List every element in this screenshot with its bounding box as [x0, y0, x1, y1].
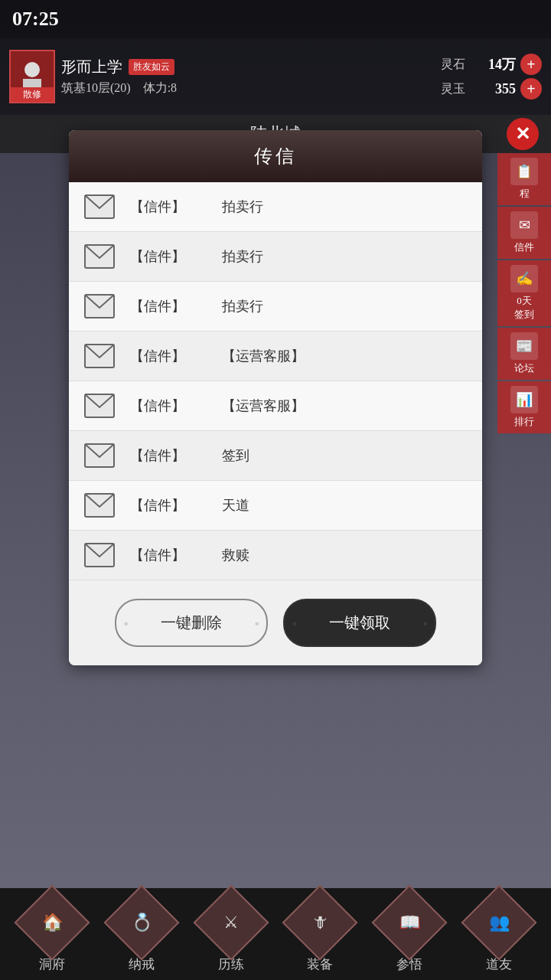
modal-header: 传信	[69, 130, 482, 182]
mail-envelope-icon	[84, 443, 115, 468]
mail-subject: 签到	[222, 446, 467, 465]
mail-subject: 拍卖行	[222, 247, 467, 266]
player-info: 形而上学 胜友如云 筑基10层(20) 体力:8	[61, 57, 441, 96]
mail-sender: 【信件】	[130, 546, 222, 564]
lingyu-row: 灵玉 355 +	[441, 78, 542, 100]
mail-sender: 【信件】	[130, 297, 222, 315]
mail-modal: 传信 【信件】 拍卖行	[69, 130, 482, 665]
mail-item[interactable]: 【信件】 签到	[69, 431, 482, 481]
mail-subject: 【运营客服】	[222, 347, 467, 365]
lingshi-label: 灵石	[441, 57, 465, 73]
zhuangbei-icon: 🗡	[311, 913, 328, 933]
bottom-nav: 🏠 洞府 💍 纳戒 ⚔ 历练 🗡 装备 📖 参悟 👥 道友	[0, 888, 551, 980]
mail-subject: 拍卖行	[222, 297, 467, 315]
mail-item[interactable]: 【信件】 【运营客服】	[69, 332, 482, 381]
lingshi-row: 灵石 14万 +	[441, 54, 542, 75]
mail-envelope-icon	[84, 543, 115, 567]
mail-envelope-icon	[84, 493, 115, 518]
modal-overlay: 传信 【信件】 拍卖行	[0, 115, 551, 888]
friend-badge: 胜友如云	[129, 59, 174, 75]
mail-envelope-icon	[84, 394, 115, 418]
mail-sender: 【信件】	[130, 446, 222, 465]
time-display: 07:25	[12, 8, 59, 31]
najie-diamond: 💍	[104, 884, 180, 960]
daoyou-icon: 👥	[488, 913, 509, 933]
svg-point-1	[24, 62, 40, 77]
dongfu-icon: 🏠	[42, 913, 63, 933]
modal-footer: 一键删除 一键领取	[69, 580, 482, 665]
lilian-diamond: ⚔	[193, 884, 269, 960]
canwu-diamond: 📖	[372, 884, 448, 960]
nav-item-najie[interactable]: 💍 纳戒	[97, 896, 187, 973]
player-bar: 散修 形而上学 胜友如云 筑基10层(20) 体力:8 灵石 14万 + 灵玉 …	[0, 38, 551, 115]
mail-list: 【信件】 拍卖行 【信件】 拍卖行	[69, 182, 482, 580]
daoyou-diamond: 👥	[461, 884, 536, 960]
lingyu-label: 灵玉	[441, 81, 465, 97]
lingyu-value: 355	[470, 81, 516, 97]
claim-all-button[interactable]: 一键领取	[283, 599, 436, 647]
mail-item[interactable]: 【信件】 【运营客服】	[69, 381, 482, 431]
mail-item[interactable]: 【信件】 天道	[69, 481, 482, 531]
mail-subject: 【运营客服】	[222, 397, 467, 415]
najie-icon: 💍	[132, 913, 152, 933]
mail-sender: 【信件】	[130, 347, 222, 365]
player-avatar: 散修	[9, 50, 55, 103]
mail-sender: 【信件】	[130, 397, 222, 415]
nav-item-dongfu[interactable]: 🏠 洞府	[8, 896, 97, 973]
lingshi-add-button[interactable]: +	[520, 54, 542, 75]
status-bar: 07:25	[0, 0, 551, 38]
modal-title: 传信	[254, 146, 297, 166]
nav-item-lilian[interactable]: ⚔ 历练	[186, 896, 276, 973]
nav-item-daoyou[interactable]: 👥 道友	[454, 896, 543, 973]
mail-sender: 【信件】	[130, 496, 222, 514]
modal-body: 【信件】 拍卖行 【信件】 拍卖行	[69, 182, 482, 580]
zhuangbei-diamond: 🗡	[282, 884, 358, 960]
player-name: 形而上学	[61, 57, 122, 77]
mail-envelope-icon	[84, 194, 115, 219]
canwu-icon: 📖	[399, 913, 420, 933]
lingyu-add-button[interactable]: +	[520, 78, 542, 100]
resource-panel: 灵石 14万 + 灵玉 355 +	[441, 54, 542, 100]
dongfu-diamond: 🏠	[15, 884, 90, 960]
mail-item[interactable]: 【信件】 拍卖行	[69, 232, 482, 282]
level-info: 筑基10层(20)	[61, 81, 131, 94]
mail-item[interactable]: 【信件】 拍卖行	[69, 182, 482, 232]
stamina: 体力:8	[143, 81, 177, 94]
mail-item[interactable]: 【信件】 救赎	[69, 531, 482, 580]
nav-item-zhuangbei[interactable]: 🗡 装备	[276, 896, 365, 973]
lilian-icon: ⚔	[223, 913, 239, 933]
mail-subject: 天道	[222, 496, 467, 514]
lingshi-value: 14万	[470, 55, 516, 74]
mail-subject: 救赎	[222, 546, 467, 564]
mail-sender: 【信件】	[130, 198, 222, 216]
mail-subject: 拍卖行	[222, 198, 467, 216]
scatter-badge: 散修	[11, 87, 54, 102]
nav-item-canwu[interactable]: 📖 参悟	[365, 896, 455, 973]
mail-envelope-icon	[84, 344, 115, 368]
mail-item[interactable]: 【信件】 拍卖行	[69, 282, 482, 332]
player-stats: 筑基10层(20) 体力:8	[61, 80, 441, 96]
mail-envelope-icon	[84, 244, 115, 269]
delete-all-button[interactable]: 一键删除	[115, 599, 268, 647]
mail-sender: 【信件】	[130, 247, 222, 266]
mail-envelope-icon	[84, 294, 115, 318]
